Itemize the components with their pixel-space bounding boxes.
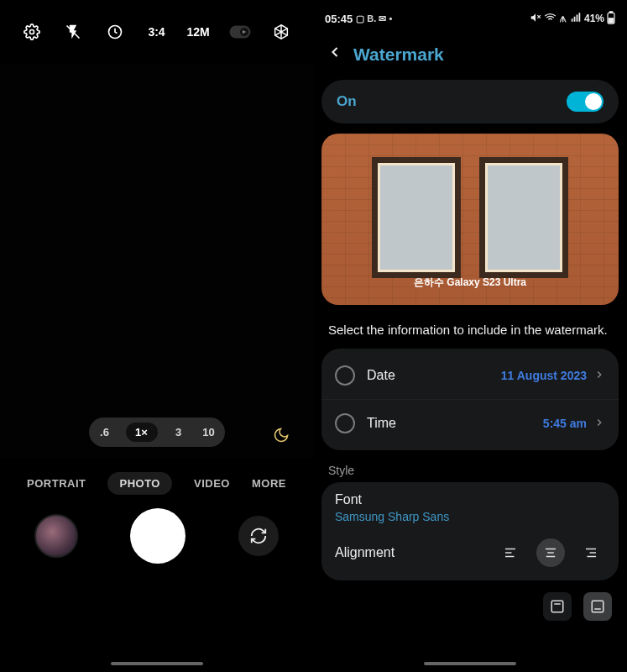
svg-rect-9 bbox=[609, 18, 614, 22]
watermark-header: Watermark bbox=[313, 32, 627, 80]
mode-video[interactable]: VIDEO bbox=[194, 477, 230, 490]
motion-photo-icon[interactable] bbox=[227, 25, 253, 39]
font-value: Samsung Sharp Sans bbox=[335, 510, 605, 523]
resolution[interactable]: 12M bbox=[185, 25, 212, 39]
position-top-icon[interactable] bbox=[543, 592, 572, 621]
svg-rect-21 bbox=[592, 601, 603, 613]
watermark-preview: 은하수 Galaxy S23 Ultra bbox=[321, 134, 619, 305]
svg-rect-19 bbox=[551, 601, 563, 613]
zoom-10x[interactable]: 10 bbox=[200, 426, 218, 438]
style-heading: Style bbox=[313, 450, 627, 482]
align-right-icon[interactable] bbox=[577, 538, 605, 567]
camera-viewfinder[interactable]: .6 1× 3 10 bbox=[0, 64, 313, 459]
gallery-thumbnail[interactable] bbox=[34, 514, 78, 558]
back-button[interactable] bbox=[327, 44, 343, 65]
chevron-right-icon bbox=[593, 369, 605, 383]
volte-icon: ⩚ bbox=[559, 14, 567, 24]
option-time-value: 5:45 am bbox=[543, 417, 587, 430]
battery-text: 41% bbox=[584, 13, 604, 24]
wifi-icon bbox=[544, 11, 556, 26]
aspect-ratio[interactable]: 3:4 bbox=[144, 25, 170, 39]
position-row bbox=[313, 580, 627, 626]
svg-rect-8 bbox=[609, 11, 612, 13]
zoom-1x[interactable]: 1× bbox=[126, 423, 158, 442]
option-date-value: 11 August 2023 bbox=[501, 369, 587, 382]
shutter-row bbox=[0, 503, 313, 580]
zoom-3x[interactable]: 3 bbox=[170, 426, 188, 438]
include-options: Date 11 August 2023 Time 5:45 am bbox=[321, 349, 619, 450]
option-date[interactable]: Date 11 August 2023 bbox=[321, 352, 619, 399]
status-indicators: ▢ B. ✉ • bbox=[356, 13, 392, 24]
settings-icon[interactable] bbox=[18, 24, 45, 40]
position-bottom-icon[interactable] bbox=[583, 592, 612, 621]
switch-camera-button[interactable] bbox=[238, 516, 279, 556]
zoom-controls: .6 1× 3 10 bbox=[0, 417, 313, 447]
camera-app: 3:4 12M .6 1× 3 10 PORTRAIT PHOTO VIDEO … bbox=[0, 0, 313, 672]
radio-time[interactable] bbox=[335, 413, 355, 433]
watermark-toggle-card[interactable]: On bbox=[321, 80, 619, 123]
preview-watermark-text: 은하수 Galaxy S23 Ultra bbox=[321, 276, 619, 290]
filters-icon[interactable] bbox=[268, 23, 295, 41]
watermark-settings: 05:45 ▢ B. ✉ • ⩚ 41% Watermark On 은하수 Ga… bbox=[313, 0, 627, 672]
status-time: 05:45 bbox=[325, 13, 353, 25]
style-card: Font Samsung Sharp Sans Alignment bbox=[321, 482, 619, 580]
flash-off-icon[interactable] bbox=[60, 24, 86, 40]
watermark-toggle[interactable] bbox=[567, 92, 603, 112]
option-time-label: Time bbox=[367, 416, 396, 431]
option-date-label: Date bbox=[367, 368, 395, 383]
toggle-label: On bbox=[337, 93, 357, 110]
shutter-button[interactable] bbox=[130, 508, 185, 564]
preview-window-left bbox=[372, 157, 461, 278]
signal-icon bbox=[570, 12, 582, 26]
camera-toolbar: 3:4 12M bbox=[0, 0, 313, 64]
zoom-0.6x[interactable]: .6 bbox=[96, 426, 114, 438]
mode-more[interactable]: MORE bbox=[252, 477, 286, 490]
align-left-icon[interactable] bbox=[496, 538, 525, 567]
alignment-label: Alignment bbox=[335, 545, 394, 560]
preview-window-right bbox=[479, 157, 568, 278]
font-label: Font bbox=[335, 492, 605, 507]
mode-portrait[interactable]: PORTRAIT bbox=[27, 477, 86, 490]
alignment-row: Alignment bbox=[335, 523, 605, 567]
gesture-bar bbox=[111, 662, 203, 665]
night-mode-icon[interactable] bbox=[273, 427, 290, 447]
mode-photo[interactable]: PHOTO bbox=[107, 472, 172, 495]
option-time[interactable]: Time 5:45 am bbox=[321, 399, 619, 447]
svg-point-0 bbox=[29, 30, 34, 34]
mute-icon bbox=[530, 12, 541, 26]
page-title: Watermark bbox=[353, 45, 444, 65]
section-description: Select the information to include in the… bbox=[313, 317, 627, 349]
radio-date[interactable] bbox=[335, 365, 355, 386]
camera-modes: PORTRAIT PHOTO VIDEO MORE bbox=[0, 459, 313, 503]
font-row[interactable]: Font Samsung Sharp Sans bbox=[335, 492, 605, 523]
status-bar: 05:45 ▢ B. ✉ • ⩚ 41% bbox=[313, 0, 627, 32]
align-center-icon[interactable] bbox=[536, 538, 565, 567]
battery-icon bbox=[607, 11, 615, 27]
chevron-right-icon bbox=[593, 417, 605, 431]
timer-icon[interactable] bbox=[102, 24, 128, 40]
gesture-bar bbox=[424, 662, 516, 665]
